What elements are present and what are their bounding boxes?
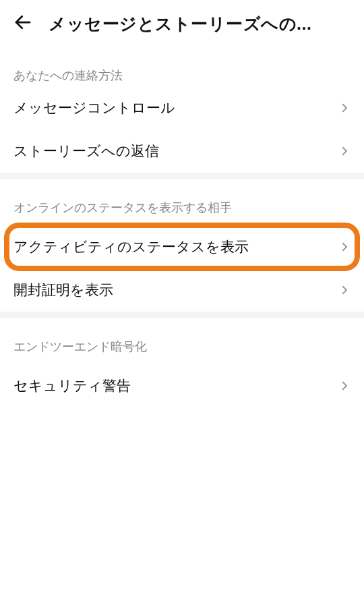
row-label: メッセージコントロール — [13, 98, 175, 117]
highlighted-row-container: アクティビティのステータスを表示 — [0, 225, 364, 268]
row-read-receipts[interactable]: 開封証明を表示 — [0, 268, 364, 312]
chevron-right-icon — [338, 380, 351, 392]
row-message-control[interactable]: メッセージコントロール — [0, 93, 364, 129]
chevron-right-icon — [338, 241, 351, 253]
section-divider — [0, 312, 364, 318]
row-label: 開封証明を表示 — [13, 281, 113, 299]
section-header-e2ee: エンドツーエンド暗号化 — [0, 318, 364, 364]
row-label: セキュリティ警告 — [13, 376, 131, 395]
chevron-right-icon — [338, 102, 351, 114]
arrow-left-icon — [13, 12, 33, 35]
row-story-replies[interactable]: ストーリーズへの返信 — [0, 129, 364, 173]
section-header-online-status: オンラインのステータスを表示する相手 — [0, 179, 364, 225]
row-activity-status[interactable]: アクティビティのステータスを表示 — [0, 225, 364, 268]
section-divider — [0, 173, 364, 179]
row-label: アクティビティのステータスを表示 — [13, 237, 249, 256]
row-security-alerts[interactable]: セキュリティ警告 — [0, 364, 364, 407]
page-title: メッセージとストーリーズへの... — [49, 13, 355, 35]
header-bar: メッセージとストーリーズへの... — [0, 0, 364, 47]
chevron-right-icon — [338, 145, 351, 157]
section-header-contact: あなたへの連絡方法 — [0, 47, 364, 93]
chevron-right-icon — [338, 284, 351, 296]
row-label: ストーリーズへの返信 — [13, 142, 159, 161]
back-button[interactable] — [9, 10, 36, 37]
settings-screen: メッセージとストーリーズへの... あなたへの連絡方法 メッセージコントロール … — [0, 0, 364, 607]
